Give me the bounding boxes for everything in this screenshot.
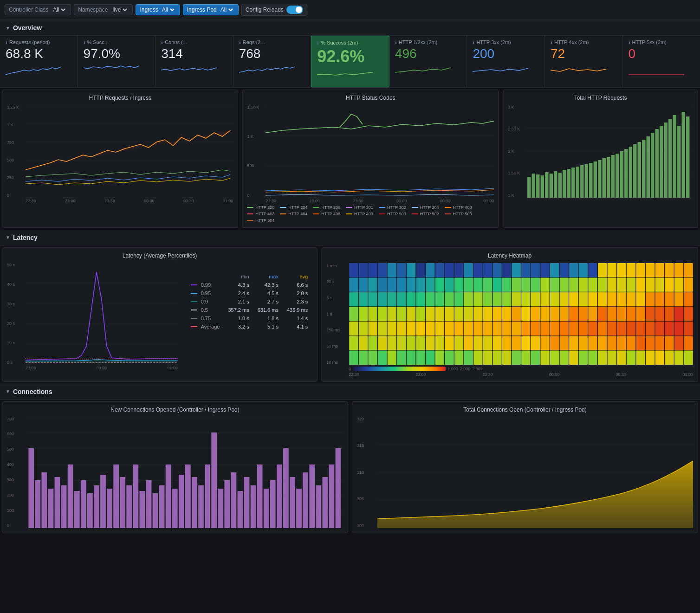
svg-rect-223 — [550, 321, 559, 335]
svg-rect-329 — [94, 485, 99, 528]
filter-ingress[interactable]: Ingress All — [136, 4, 180, 15]
svg-rect-65 — [416, 263, 425, 277]
stat-title-success: % Succ... — [87, 39, 109, 45]
svg-rect-40 — [638, 142, 641, 198]
connections-section-header[interactable]: ▼ Connections — [0, 384, 700, 400]
status-codes-legend: HTTP 200 HTTP 204 HTTP 206 HTTP 301 HTTP… — [247, 205, 494, 223]
svg-rect-292 — [521, 350, 530, 364]
info-icon-http12xx: ℹ — [395, 40, 397, 45]
svg-rect-163 — [665, 292, 674, 306]
info-icon-success: ℹ — [84, 40, 85, 45]
chart-svg-total-http — [526, 105, 693, 198]
svg-rect-132 — [369, 292, 377, 306]
sparkline-http5xx — [629, 63, 684, 77]
svg-rect-155 — [589, 292, 597, 306]
svg-rect-203 — [359, 321, 368, 335]
x-label-2: 23:30 — [104, 199, 115, 203]
svg-rect-152 — [560, 292, 569, 306]
svg-rect-179 — [473, 307, 482, 321]
legend-http404: HTTP 404 — [280, 212, 307, 216]
overview-section-header[interactable]: ▼ Overview — [0, 20, 700, 36]
stat-card-http4xx: ℹ HTTP 4xx (2m) 72 — [545, 36, 623, 87]
svg-rect-134 — [388, 292, 396, 306]
svg-rect-278 — [388, 350, 396, 364]
svg-rect-217 — [493, 321, 502, 335]
svg-rect-256 — [521, 336, 530, 350]
svg-rect-243 — [397, 336, 406, 350]
heatmap-scale-2869: 2,869 — [472, 367, 483, 371]
filter-ingress-select[interactable]: All — [160, 6, 176, 13]
svg-rect-240 — [369, 336, 377, 350]
latency-section-header[interactable]: ▼ Latency — [0, 230, 700, 245]
svg-rect-159 — [627, 292, 635, 306]
svg-rect-153 — [569, 292, 578, 306]
info-icon-reqs: ℹ — [239, 40, 241, 45]
filter-namespace[interactable]: Namespace live — [74, 4, 133, 15]
svg-rect-34 — [611, 155, 615, 198]
y-total-0: 3 K — [508, 105, 525, 110]
svg-rect-300 — [598, 350, 607, 364]
svg-rect-173 — [416, 307, 425, 321]
svg-rect-73 — [493, 263, 502, 277]
sparkline-success — [84, 63, 139, 77]
svg-rect-50 — [682, 112, 685, 198]
svg-rect-38 — [629, 147, 632, 198]
latency-chevron: ▼ — [6, 235, 10, 240]
filter-ingress-pod[interactable]: Ingress Pod All — [183, 4, 239, 15]
svg-rect-231 — [627, 321, 635, 335]
svg-rect-131 — [359, 292, 368, 306]
svg-rect-182 — [502, 307, 511, 321]
svg-rect-327 — [81, 480, 86, 528]
config-reloads-toggle[interactable] — [286, 6, 303, 14]
svg-rect-115 — [550, 277, 559, 291]
svg-rect-45 — [660, 126, 663, 198]
y-label-5: 0 — [7, 193, 25, 198]
chart-svg-new-conns — [27, 417, 343, 528]
svg-rect-295 — [550, 350, 559, 364]
stat-title-reqs: Reqs (2... — [243, 39, 265, 45]
legend-http403: HTTP 403 — [247, 212, 274, 216]
svg-rect-198 — [655, 307, 664, 321]
svg-rect-49 — [677, 126, 681, 198]
svg-rect-125 — [646, 277, 655, 291]
legend-http408: HTTP 408 — [313, 212, 340, 216]
svg-rect-85 — [608, 263, 616, 277]
svg-rect-253 — [493, 336, 502, 350]
filter-controller-class[interactable]: Controller Class All — [5, 4, 71, 15]
svg-rect-255 — [512, 336, 521, 350]
svg-rect-94 — [349, 277, 358, 291]
svg-rect-272 — [674, 336, 683, 350]
svg-rect-91 — [665, 263, 674, 277]
svg-rect-352 — [244, 477, 250, 528]
sparkline-requests — [6, 63, 61, 77]
legend-http200: HTTP 200 — [247, 205, 274, 210]
svg-rect-271 — [665, 336, 674, 350]
svg-rect-47 — [668, 119, 672, 198]
x-label-1: 23:00 — [65, 199, 76, 203]
svg-rect-110 — [502, 277, 511, 291]
filter-ingress-pod-select[interactable]: All — [219, 6, 234, 13]
info-icon-http4xx: ℹ — [551, 40, 552, 45]
svg-rect-44 — [655, 129, 659, 198]
svg-rect-229 — [608, 321, 616, 335]
svg-rect-120 — [598, 277, 607, 291]
svg-rect-322 — [48, 489, 54, 528]
svg-rect-263 — [589, 336, 597, 350]
svg-rect-109 — [493, 277, 502, 291]
svg-rect-89 — [646, 263, 655, 277]
filter-controller-class-select[interactable]: All — [51, 6, 67, 13]
svg-rect-350 — [231, 472, 236, 528]
svg-rect-258 — [541, 336, 550, 350]
svg-rect-80 — [560, 263, 569, 277]
svg-rect-191 — [589, 307, 597, 321]
svg-rect-192 — [598, 307, 607, 321]
svg-rect-249 — [454, 336, 463, 350]
stat-card-requests: ℹ Requests (period) 68.8 K — [0, 36, 78, 87]
svg-rect-366 — [336, 448, 341, 528]
svg-rect-151 — [550, 292, 559, 306]
svg-rect-225 — [569, 321, 578, 335]
filter-namespace-select[interactable]: live — [110, 6, 129, 13]
svg-rect-15 — [527, 177, 531, 198]
chart-latency-heatmap: Latency Heatmap 1 min 20 s 5 s 1 s 250 m… — [321, 247, 698, 382]
svg-rect-276 — [369, 350, 377, 364]
